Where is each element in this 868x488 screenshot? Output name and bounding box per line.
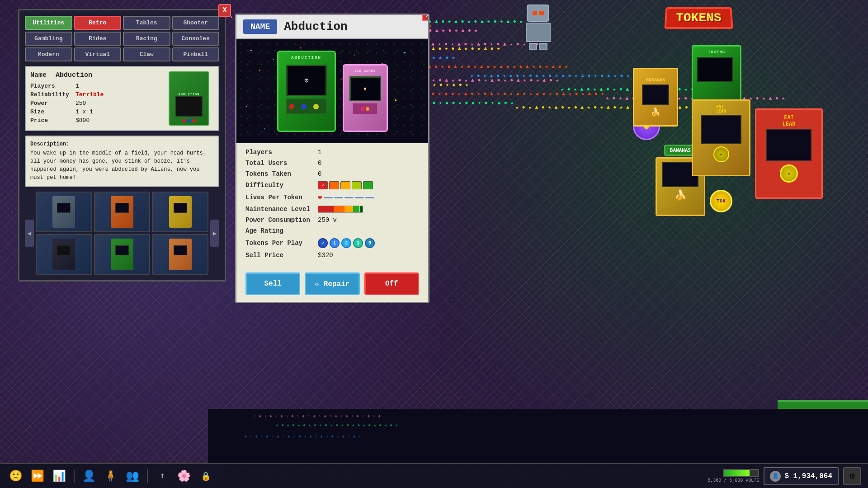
scroll-left-button[interactable]: ◀: [25, 220, 34, 247]
stat-maintenance: Maintenance Level: [245, 206, 419, 213]
price-value: $800: [75, 117, 90, 124]
chart-icon[interactable]: 📊: [50, 467, 68, 485]
maint-yellow-seg: [344, 206, 353, 212]
tokens-per-play-display: ✓ 1 2 3 5: [318, 238, 375, 248]
main-detail-panel: X NAME Abduction ● ★ ♦ ● ★ ● ♦ ● ★ ● ♦ ★…: [235, 14, 429, 303]
name-label: Name: [30, 71, 47, 79]
diff-seg-1: ✓: [318, 181, 328, 189]
tab-gambling[interactable]: Gambling: [25, 32, 72, 46]
difficulty-bar: ✓: [318, 181, 373, 189]
diff-seg-5: [363, 181, 373, 189]
tab-consoles[interactable]: Consoles: [172, 32, 220, 46]
upgrade-icon[interactable]: ⬆: [153, 467, 171, 485]
person-icon[interactable]: 🧍: [102, 467, 120, 485]
reliability-label: Reliability: [30, 91, 75, 98]
description-panel: Description: You wake up in the middle o…: [25, 136, 219, 187]
machine-title: Abduction: [284, 20, 347, 33]
maintenance-bar: [318, 206, 363, 213]
customers-icon[interactable]: 👥: [123, 467, 142, 485]
tab-claw[interactable]: Claw: [123, 47, 170, 61]
robot-character: [520, 5, 556, 50]
gear-icon: ⚙: [849, 470, 855, 482]
sad-face-icon[interactable]: 🙁: [7, 467, 25, 485]
maint-red-seg: [318, 206, 334, 212]
tab-retro[interactable]: Retro: [74, 16, 122, 30]
stat-difficulty: Difficulty ✓: [245, 181, 419, 189]
tab-modern[interactable]: Modern: [25, 47, 72, 61]
tab-tables[interactable]: Tables: [123, 16, 170, 30]
thumb-machine-3[interactable]: [152, 192, 208, 232]
tab-shooter[interactable]: Shooter: [172, 16, 220, 30]
description-title: Description:: [30, 141, 214, 147]
power-bar: [723, 469, 759, 477]
main-panel-header: NAME Abduction: [236, 15, 428, 39]
tab-racing[interactable]: Racing: [123, 32, 170, 46]
scroll-right-button[interactable]: ▶: [210, 220, 219, 247]
maint-green-seg: [353, 206, 359, 212]
life-dash-5: [365, 197, 374, 198]
power-fill: [724, 470, 750, 476]
preview-main-machine: ABDUCTION 👽: [277, 51, 336, 132]
machine-name-value: Abduction: [56, 71, 92, 79]
diff-seg-2: [329, 181, 339, 189]
iso-arcade-machine-1: BANANAS 🍌: [633, 68, 678, 127]
life-dash-1: [324, 197, 333, 198]
power-label: Power: [30, 100, 75, 107]
power-bar-container: 5,360 / 6,000 VOLTS: [708, 469, 759, 483]
preview-machines-group: ABDUCTION 👽 ICE GAMES 🍦: [277, 51, 388, 132]
stats-section: Players 1 Total Users 0 Tokens Taken 0 D…: [236, 143, 428, 268]
left-panel: X Utilities Retro Tables Shooter Gamblin…: [18, 9, 226, 282]
decor-icon[interactable]: 🌸: [175, 467, 193, 485]
size-value: 1 x 1: [75, 108, 93, 115]
token-1: 1: [330, 238, 340, 248]
power-indicator: 5,360 / 6,000 VOLTS 👤 $ 1,934,064 ⚙: [708, 467, 861, 485]
tab-utilities[interactable]: Utilities: [25, 16, 72, 30]
sell-button[interactable]: Sell: [245, 272, 300, 295]
lives-bar: ❤: [318, 193, 374, 202]
thumb-machine-1[interactable]: [36, 192, 92, 232]
thumb-machine-6[interactable]: [152, 234, 208, 275]
power-text: 5,360 / 6,000 VOLTS: [708, 478, 759, 483]
thumb-machine-4[interactable]: [36, 234, 92, 275]
life-dash-4: [355, 197, 364, 198]
tab-rides[interactable]: Rides: [74, 32, 122, 46]
reliability-value: Terrible: [75, 91, 104, 98]
category-tabs: Utilities Retro Tables Shooter Gambling …: [25, 16, 219, 61]
taskbar: 🙁 ⏩ 📊 👤 🧍 👥 ⬆ 🌸 🔒 5,360 / 6,000 VOLTS 👤 …: [0, 463, 868, 488]
money-value: $ 1,934,064: [784, 472, 832, 480]
maint-orange-seg: [334, 206, 344, 212]
main-panel-close-button[interactable]: X: [422, 14, 429, 21]
fast-forward-icon[interactable]: ⏩: [28, 467, 47, 485]
stat-age-rating: Age Rating: [245, 227, 419, 235]
taskbar-sep-1: [74, 469, 75, 483]
diff-seg-4: [352, 181, 362, 189]
machine-thumbnail: ABDUCTION: [164, 71, 214, 126]
machine-thumbnails: ◀: [25, 192, 219, 275]
money-display: 👤 $ 1,934,064: [764, 467, 839, 485]
settings-button[interactable]: ⚙: [843, 467, 861, 485]
stat-lives: Lives Per Token ❤: [245, 193, 419, 202]
thumb-machine-5[interactable]: [94, 234, 151, 275]
staff-icon[interactable]: 👤: [80, 467, 98, 485]
stat-players: Players 1: [245, 149, 419, 156]
machine-preview: ● ★ ♦ ● ★ ● ♦ ● ★ ● ♦ ★ ● ● ★ ♦ ● ★ ● ♦: [236, 39, 428, 143]
token-coin: TOK: [710, 190, 732, 212]
life-dash-3: [344, 197, 354, 198]
left-panel-close-button[interactable]: X: [218, 4, 231, 17]
diff-seg-3: [340, 181, 350, 189]
stat-tokens-taken: Tokens Taken 0: [245, 170, 419, 178]
stat-power: Power Consumption 250 v: [245, 216, 419, 224]
repair-button[interactable]: ✏ Repair: [305, 272, 359, 295]
off-button[interactable]: Off: [364, 272, 419, 295]
token-5: 5: [365, 238, 375, 248]
price-label: Price: [30, 117, 75, 124]
description-text: You wake up in the middle of a field, yo…: [30, 149, 214, 182]
lock-icon[interactable]: 🔒: [197, 467, 215, 485]
token-2: 2: [341, 238, 351, 248]
players-value: 1: [75, 83, 79, 89]
tab-pinball[interactable]: Pinball: [172, 47, 220, 61]
thumb-machine-2[interactable]: [94, 192, 151, 232]
token-check: ✓: [318, 238, 328, 248]
stat-tokens-per-play: Tokens Per Play ✓ 1 2 3 5: [245, 238, 419, 248]
tab-virtual[interactable]: Virtual: [74, 47, 122, 61]
